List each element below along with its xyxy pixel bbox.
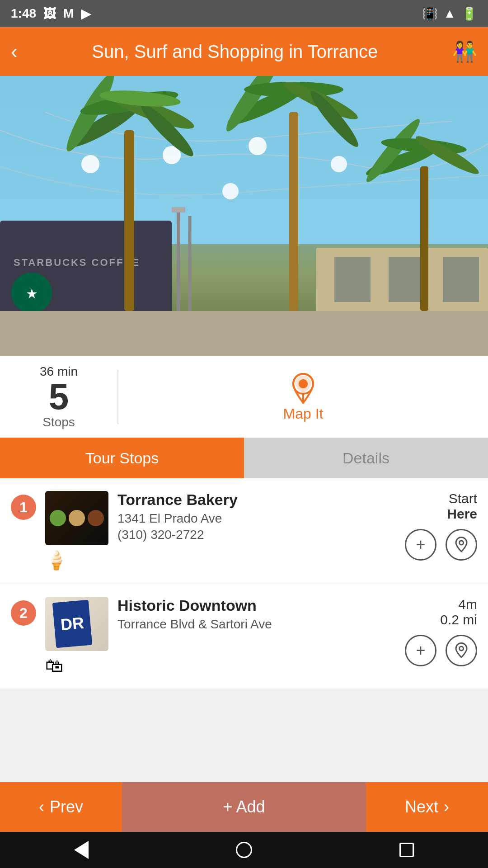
vibrate-icon: 📳 bbox=[422, 6, 438, 21]
android-nav-bar bbox=[0, 832, 488, 868]
gmail-icon: M bbox=[63, 6, 74, 21]
tab-details-label: Details bbox=[343, 449, 389, 467]
stop-2-miles: 0.2 mi bbox=[440, 612, 477, 627]
next-button[interactable]: Next › bbox=[366, 782, 488, 832]
stop-2-distance: 4m 0.2 mi bbox=[440, 597, 477, 627]
stop-1-action-icons: + bbox=[405, 529, 477, 561]
tab-details[interactable]: Details bbox=[244, 438, 488, 478]
palm-trees-svg: STARBUCKS COFFEE ★ bbox=[0, 76, 488, 356]
top-bar: ‹ Sun, Surf and Shopping in Torrance 👫 bbox=[0, 27, 488, 76]
stop-1-name: Torrance Bakery bbox=[117, 491, 396, 509]
time-display: 1:48 bbox=[11, 6, 36, 21]
add-label: + Add bbox=[223, 797, 265, 816]
stop-badge-2: 2 bbox=[11, 600, 36, 626]
svg-rect-15 bbox=[172, 207, 185, 212]
svg-point-38 bbox=[299, 379, 308, 388]
stop-1-info: Torrance Bakery 1341 El Prado Ave (310) … bbox=[117, 491, 396, 542]
stops-list: 1 🍦 Torrance Bakery 1341 El Prado Ave (3… bbox=[0, 478, 488, 689]
stops-label: Stops bbox=[42, 415, 75, 429]
stop-1-phone: (310) 320-2722 bbox=[117, 528, 396, 542]
svg-rect-35 bbox=[0, 311, 488, 356]
stop-2-info: Historic Downtown Torrance Blvd & Sartor… bbox=[117, 597, 396, 633]
stop-1-icon: 🍦 bbox=[45, 550, 108, 571]
dr-sign: DR bbox=[52, 600, 92, 648]
bottom-nav: ‹ Prev + Add Next › bbox=[0, 782, 488, 832]
stop-1-status: Start Here bbox=[447, 491, 477, 522]
status-left: 1:48 🖼 M ▶ bbox=[11, 6, 91, 21]
stop-2-time: 4m bbox=[440, 597, 477, 612]
battery-icon: 🔋 bbox=[461, 6, 477, 21]
next-arrow-icon: › bbox=[444, 797, 449, 816]
android-recent-button[interactable] bbox=[393, 836, 420, 863]
hero-image: STARBUCKS COFFEE ★ bbox=[0, 76, 488, 356]
back-triangle-icon bbox=[74, 841, 89, 859]
prev-button[interactable]: ‹ Prev bbox=[0, 782, 122, 832]
stop-item-1: 1 🍦 Torrance Bakery 1341 El Prado Ave (3… bbox=[0, 478, 488, 584]
macaron-green bbox=[50, 510, 66, 526]
stats-left: 36 min 5 Stops bbox=[0, 355, 117, 439]
map-it-label: Map It bbox=[283, 406, 324, 422]
prev-label: Prev bbox=[50, 797, 83, 816]
people-icon[interactable]: 👫 bbox=[452, 40, 477, 63]
pin-icon-1 bbox=[453, 537, 469, 553]
svg-rect-30 bbox=[420, 166, 428, 311]
home-circle-icon bbox=[236, 842, 252, 858]
android-home-button[interactable] bbox=[230, 836, 258, 863]
map-pin-icon bbox=[290, 372, 317, 404]
tabs-row: Tour Stops Details bbox=[0, 438, 488, 478]
pin-icon-2 bbox=[453, 642, 469, 659]
svg-rect-24 bbox=[289, 112, 298, 311]
stop-2-name: Historic Downtown bbox=[117, 597, 396, 614]
tab-tour-stops-label: Tour Stops bbox=[85, 449, 159, 467]
back-button[interactable]: ‹ bbox=[11, 40, 18, 63]
stop-2-add-button[interactable]: + bbox=[405, 635, 436, 666]
macaron-tan bbox=[69, 510, 85, 526]
android-back-button[interactable] bbox=[68, 836, 95, 863]
stop-item-2: 2 DR 🛍 Historic Downtown Torrance Blvd &… bbox=[0, 584, 488, 689]
stops-count: 5 bbox=[49, 379, 69, 415]
stop-2-address: Torrance Blvd & Sartori Ave bbox=[117, 617, 396, 632]
add-button[interactable]: + Add bbox=[122, 782, 366, 832]
svg-point-39 bbox=[460, 541, 464, 545]
macaron-display bbox=[50, 510, 104, 526]
status-bar: 1:48 🖼 M ▶ 📳 ▲ 🔋 bbox=[0, 0, 488, 27]
stop-2-pin-button[interactable] bbox=[446, 635, 477, 666]
svg-rect-12 bbox=[389, 257, 425, 302]
stop-1-status-line2: Here bbox=[447, 506, 477, 522]
svg-rect-13 bbox=[443, 257, 479, 302]
stop-thumb-1 bbox=[45, 491, 108, 545]
gallery-icon: 🖼 bbox=[43, 6, 56, 21]
svg-text:★: ★ bbox=[26, 286, 38, 301]
stop-1-address: 1341 El Prado Ave bbox=[117, 511, 396, 526]
macaron-brown bbox=[88, 510, 104, 526]
svg-text:STARBUCKS COFFEE: STARBUCKS COFFEE bbox=[14, 257, 140, 268]
stop-1-actions: Start Here + bbox=[405, 491, 477, 561]
stop-2-actions: 4m 0.2 mi + bbox=[405, 597, 477, 666]
stop-1-add-button[interactable]: + bbox=[405, 529, 436, 561]
stop-2-action-icons: + bbox=[405, 635, 477, 666]
page-title: Sun, Surf and Shopping in Torrance bbox=[18, 42, 452, 62]
svg-rect-11 bbox=[334, 257, 371, 302]
tab-tour-stops[interactable]: Tour Stops bbox=[0, 438, 244, 478]
next-label: Next bbox=[405, 797, 438, 816]
recent-square-icon bbox=[399, 843, 414, 857]
svg-point-40 bbox=[460, 646, 464, 651]
map-it-button[interactable]: Map It bbox=[118, 372, 488, 422]
stop-2-icon: 🛍 bbox=[45, 656, 108, 676]
stop-thumb-2-wrap: DR 🛍 bbox=[45, 597, 108, 676]
status-right: 📳 ▲ 🔋 bbox=[422, 6, 477, 21]
stop-thumb-1-wrap: 🍦 bbox=[45, 491, 108, 571]
stop-badge-1: 1 bbox=[11, 495, 36, 520]
stop-1-status-line1: Start bbox=[447, 491, 477, 506]
stats-row: 36 min 5 Stops Map It bbox=[0, 356, 488, 438]
svg-rect-17 bbox=[124, 130, 134, 311]
stop-1-pin-button[interactable] bbox=[446, 529, 477, 561]
prev-arrow-icon: ‹ bbox=[39, 797, 44, 816]
wifi-icon: ▲ bbox=[443, 6, 456, 21]
play-icon: ▶ bbox=[81, 6, 91, 21]
stop-thumb-2: DR bbox=[45, 597, 108, 651]
